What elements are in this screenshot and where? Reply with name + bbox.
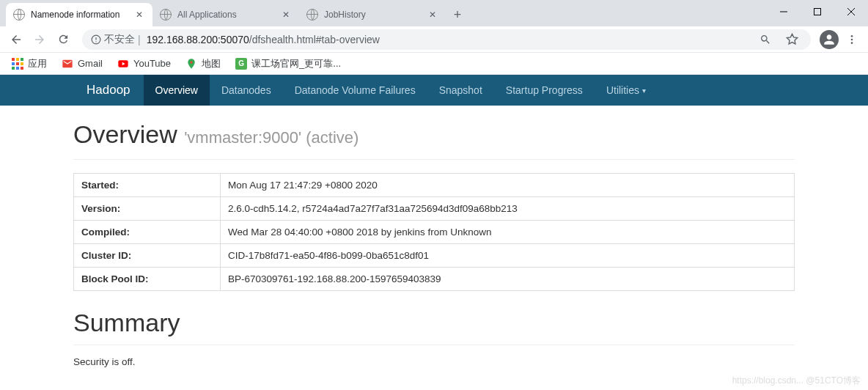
svg-point-6	[95, 41, 96, 42]
bookmark-youtube[interactable]: YouTube	[111, 55, 177, 73]
divider	[73, 345, 795, 345]
table-row: Compiled:Wed Mar 28 04:40:00 +0800 2018 …	[74, 221, 795, 244]
globe-icon	[160, 9, 172, 21]
close-icon[interactable]: ✕	[280, 9, 292, 21]
hadoop-nav: Hadoop Overview Datanodes Datanode Volum…	[0, 75, 868, 106]
browser-tab-0[interactable]: Namenode information ✕	[6, 3, 152, 26]
summary-title: Summary	[73, 309, 795, 337]
svg-rect-1	[814, 9, 821, 15]
back-button[interactable]	[6, 29, 26, 50]
security-indicator[interactable]: 不安全 |	[91, 33, 141, 46]
divider	[73, 159, 795, 160]
url-text: 192.168.88.200:50070/dfshealth.html#tab-…	[147, 34, 749, 45]
address-bar[interactable]: 不安全 | 192.168.88.200:50070/dfshealth.htm…	[82, 29, 811, 50]
maps-icon	[185, 58, 197, 70]
chevron-down-icon: ▾	[642, 87, 646, 95]
profile-avatar[interactable]	[820, 30, 839, 49]
globe-icon	[306, 9, 318, 21]
forward-button[interactable]	[29, 29, 50, 50]
browser-tab-2[interactable]: JobHistory ✕	[299, 3, 446, 26]
apps-button[interactable]: 应用	[6, 54, 53, 73]
hadoop-brand[interactable]: Hadoop	[73, 83, 144, 98]
close-button[interactable]	[834, 0, 868, 23]
main-content: Overview 'vmmaster:9000' (active) Starte…	[0, 106, 868, 367]
browser-tab-1[interactable]: All Applications ✕	[152, 3, 299, 26]
bookmark-maps[interactable]: 地图	[180, 54, 227, 73]
tab-strip: Namenode information ✕ All Applications …	[0, 0, 868, 26]
svg-point-11	[190, 61, 192, 63]
table-row: Version:2.6.0-cdh5.14.2, r5724a4ad7a27f7…	[74, 197, 795, 221]
star-icon[interactable]	[781, 29, 802, 50]
svg-point-7	[851, 35, 853, 37]
tab-title: Namenode information	[31, 10, 128, 20]
apps-icon	[12, 58, 23, 70]
nav-datanodes[interactable]: Datanodes	[210, 75, 283, 106]
new-tab-button[interactable]: +	[446, 3, 469, 26]
summary-security: Security is off.	[73, 356, 795, 367]
page-title: Overview 'vmmaster:9000' (active)	[73, 120, 795, 149]
search-icon[interactable]	[755, 29, 776, 50]
bookmark-gmail[interactable]: Gmail	[56, 55, 108, 73]
gmail-icon	[62, 58, 73, 70]
nav-overview[interactable]: Overview	[144, 75, 210, 106]
table-row: Started:Mon Aug 17 21:47:29 +0800 2020	[74, 174, 795, 197]
close-icon[interactable]: ✕	[427, 9, 438, 21]
security-label: 不安全	[104, 33, 135, 46]
nav-datanode-failures[interactable]: Datanode Volume Failures	[283, 75, 427, 106]
youtube-icon	[117, 58, 129, 70]
menu-button[interactable]	[842, 29, 862, 50]
page-subtitle: 'vmmaster:9000' (active)	[184, 128, 358, 147]
close-icon[interactable]: ✕	[133, 9, 145, 21]
apps-label: 应用	[28, 57, 47, 70]
reload-button[interactable]	[53, 29, 73, 50]
bookmarks-bar: 应用 Gmail YouTube 地图 G 课工场官网_更可靠...	[0, 53, 868, 75]
svg-point-9	[851, 42, 853, 44]
svg-point-8	[851, 38, 853, 40]
tab-title: All Applications	[177, 10, 274, 20]
nav-utilities[interactable]: Utilities▾	[595, 75, 658, 106]
minimize-button[interactable]	[767, 0, 801, 23]
table-row: Block Pool ID:BP-670309761-192.168.88.20…	[74, 268, 795, 291]
overview-table: Started:Mon Aug 17 21:47:29 +0800 2020 V…	[73, 173, 795, 291]
maximize-button[interactable]	[801, 0, 834, 23]
kgc-icon: G	[235, 58, 247, 70]
table-row: Cluster ID:CID-17b8fd71-ea50-4f86-b099-0…	[74, 244, 795, 268]
watermark: https://blog.csdn... @51CTO博客	[732, 375, 861, 387]
tab-title: JobHistory	[324, 10, 421, 20]
window-controls	[767, 0, 868, 23]
globe-icon	[13, 9, 25, 21]
browser-toolbar: 不安全 | 192.168.88.200:50070/dfshealth.htm…	[0, 26, 868, 53]
nav-startup-progress[interactable]: Startup Progress	[494, 75, 595, 106]
nav-snapshot[interactable]: Snapshot	[427, 75, 494, 106]
bookmark-kgc[interactable]: G 课工场官网_更可靠...	[229, 54, 347, 73]
